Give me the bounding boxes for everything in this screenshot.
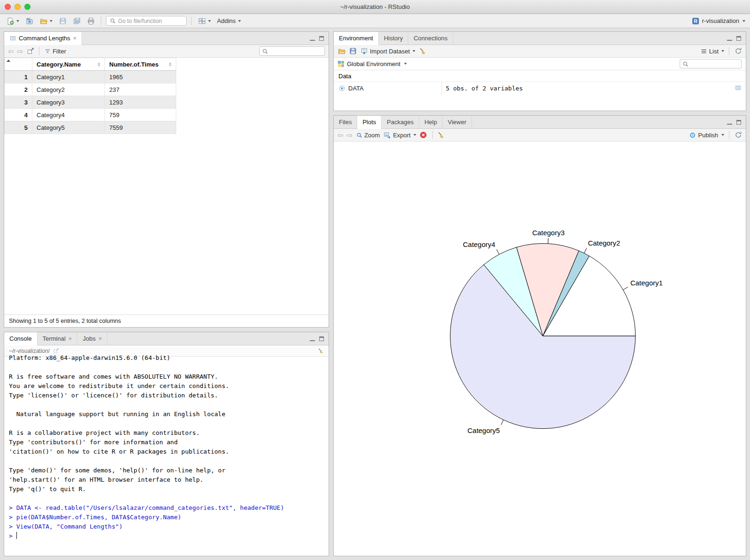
open-file-button[interactable]: [38, 16, 54, 26]
fullscreen-window-button[interactable]: [24, 4, 30, 10]
save-all-button[interactable]: [71, 16, 82, 26]
global-environment-icon: [338, 61, 344, 67]
environment-search-box[interactable]: [680, 59, 742, 68]
pie-label-tick: [501, 420, 503, 425]
search-icon: [110, 18, 116, 24]
table-row: 5Category57559: [5, 121, 176, 134]
minimize-pane-icon[interactable]: [310, 336, 315, 341]
back-icon[interactable]: ⇦: [8, 48, 14, 55]
table-row: 1Category11965: [5, 71, 176, 83]
console-output[interactable]: Platform: x86_64-apple-darwin15.6.0 (64-…: [4, 353, 329, 556]
save-button[interactable]: [57, 16, 68, 26]
row-number-header[interactable]: [5, 58, 32, 71]
tab-command-lengths[interactable]: Command Lengths ×: [4, 32, 82, 45]
console-prompt[interactable]: >: [9, 531, 324, 541]
minimize-pane-icon[interactable]: [727, 36, 732, 41]
refresh-icon[interactable]: [734, 47, 742, 55]
env-display-mode-button[interactable]: List: [701, 48, 724, 55]
tab-connections[interactable]: Connections: [408, 32, 453, 45]
tab-viewer[interactable]: Viewer: [442, 116, 472, 128]
tab-environment[interactable]: Environment: [334, 32, 379, 45]
tab-label: Environment: [339, 35, 373, 42]
environment-tabbar: Environment History Connections: [334, 32, 746, 45]
tab-history[interactable]: History: [379, 32, 408, 45]
data-table: Category.Name Number.of.Times 1Category1…: [4, 58, 176, 134]
tab-label: Jobs: [82, 335, 95, 342]
view-data-grid-icon[interactable]: [735, 84, 741, 91]
tab-files[interactable]: Files: [334, 116, 357, 128]
minimize-pane-icon[interactable]: [310, 36, 315, 41]
window-controls: [5, 4, 30, 10]
previous-plot-icon[interactable]: ⇦: [338, 132, 344, 139]
project-name-label: r-visualization: [702, 17, 739, 24]
clear-all-plots-icon[interactable]: [437, 131, 445, 139]
pie-label-category1: Category1: [630, 279, 663, 287]
search-icon: [682, 60, 689, 67]
export-button[interactable]: Export: [383, 131, 416, 139]
print-button[interactable]: [85, 16, 96, 26]
maximize-pane-icon[interactable]: [736, 120, 741, 125]
new-file-button[interactable]: [5, 16, 21, 26]
console-output-line: Type 'license()' or 'licence()' for dist…: [9, 391, 324, 400]
chevron-down-icon: [238, 20, 241, 22]
print-icon: [87, 17, 95, 25]
remove-plot-icon[interactable]: [420, 131, 428, 139]
goto-file-input[interactable]: [118, 18, 183, 24]
workspace-panes-button[interactable]: [196, 16, 212, 26]
tab-plots[interactable]: Plots: [357, 116, 382, 129]
open-in-new-window-icon[interactable]: [26, 47, 34, 55]
import-dataset-button[interactable]: Import Dataset: [360, 47, 415, 55]
tab-packages[interactable]: Packages: [382, 116, 419, 128]
toolbar-separator: [729, 47, 729, 55]
column-header-category-name[interactable]: Category.Name: [32, 58, 105, 71]
next-plot-icon[interactable]: ⇨: [347, 132, 353, 139]
maximize-pane-icon[interactable]: [736, 36, 741, 41]
environment-search-input[interactable]: [690, 60, 739, 67]
cell-category-name: Category2: [32, 83, 105, 96]
column-header-number-of-times[interactable]: Number.of.Times: [105, 58, 176, 71]
close-icon[interactable]: ×: [98, 336, 102, 342]
cell-category-name: Category5: [32, 121, 105, 134]
svg-text:R: R: [694, 18, 698, 24]
chevron-down-icon: [742, 20, 745, 22]
export-icon: [383, 131, 391, 139]
environment-object-row[interactable]: DATA 5 obs. of 2 variables: [334, 82, 746, 95]
table-row: 3Category31293: [5, 96, 176, 109]
save-workspace-icon[interactable]: [349, 47, 357, 55]
load-workspace-icon[interactable]: [338, 47, 345, 55]
project-menu[interactable]: R r-visualization: [692, 17, 745, 25]
addins-menu[interactable]: Addins: [216, 16, 242, 25]
table-search-box[interactable]: [259, 46, 325, 56]
console-input-line: > pie(DATA$Number.of.Times, DATA$Categor…: [9, 513, 324, 522]
close-window-button[interactable]: [5, 4, 11, 10]
tab-terminal[interactable]: Terminal×: [38, 332, 78, 345]
goto-directory-icon[interactable]: [52, 348, 59, 354]
console-output-line: 'citation()' on how to cite R or R packa…: [9, 447, 324, 456]
row-number: 2: [5, 83, 32, 96]
tab-help[interactable]: Help: [419, 116, 442, 128]
publish-button[interactable]: Publish: [689, 132, 724, 139]
refresh-plot-icon[interactable]: [734, 131, 742, 139]
environment-scope-label[interactable]: Global Environment: [347, 60, 400, 67]
close-icon[interactable]: ×: [73, 35, 77, 41]
table-search-input[interactable]: [270, 48, 322, 54]
tab-console[interactable]: Console: [4, 332, 38, 345]
goto-file-box[interactable]: [106, 16, 187, 26]
filter-button[interactable]: Filter: [44, 48, 66, 55]
tab-label: Viewer: [448, 119, 466, 126]
maximize-pane-icon[interactable]: [319, 36, 324, 41]
minimize-pane-icon[interactable]: [727, 120, 732, 125]
console-output-line: 'help.start()' for an HTML browser inter…: [9, 475, 324, 485]
tab-jobs[interactable]: Jobs×: [77, 332, 107, 345]
maximize-pane-icon[interactable]: [319, 336, 324, 341]
forward-icon[interactable]: ⇨: [17, 48, 23, 55]
expand-object-icon[interactable]: [338, 85, 345, 92]
tab-label: Terminal: [43, 335, 66, 342]
minimize-window-button[interactable]: [15, 4, 21, 10]
new-project-button[interactable]: R: [24, 16, 35, 26]
cell-number-of-times: 759: [105, 109, 176, 121]
clear-environment-icon[interactable]: [419, 47, 427, 55]
close-icon[interactable]: ×: [68, 336, 72, 342]
plots-tabbar: Files Plots Packages Help Viewer: [334, 116, 746, 129]
zoom-button[interactable]: Zoom: [356, 132, 380, 139]
